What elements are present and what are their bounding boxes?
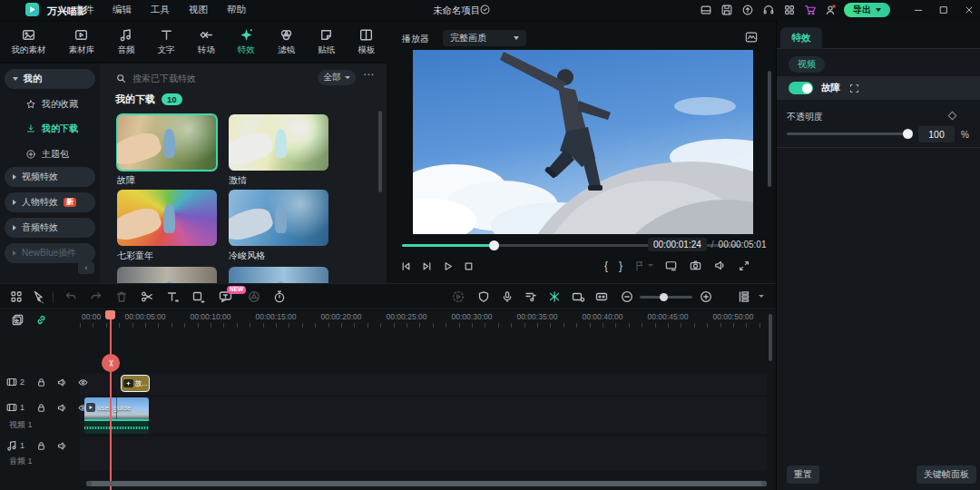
cloud-upload-icon[interactable] [741, 4, 754, 16]
undo-icon[interactable] [64, 289, 78, 304]
track-height-icon[interactable] [737, 289, 751, 304]
mark-in-button[interactable]: { [604, 260, 608, 272]
tab-audio[interactable]: 音频 [117, 27, 134, 56]
playhead-line[interactable] [110, 310, 112, 490]
fullscreen-button[interactable] [738, 260, 750, 272]
lock-icon[interactable] [35, 377, 47, 388]
track-lane-video2[interactable] [80, 374, 767, 395]
mark-shield-icon[interactable] [476, 289, 491, 304]
track-lane-video1[interactable] [80, 397, 767, 434]
quality-dropdown[interactable]: 完整画质 [443, 30, 526, 46]
chevron-down-icon[interactable] [759, 295, 764, 298]
menu-tools[interactable]: 工具 [149, 4, 172, 16]
effect-thumb-partial[interactable] [117, 267, 217, 283]
effect-thumb-glitch[interactable] [117, 114, 217, 171]
collapse-sidebar-button[interactable]: ‹ [78, 261, 94, 274]
mute-speaker-icon[interactable] [56, 440, 68, 452]
sidebar-item-theme-packs[interactable]: 主题包 [5, 144, 95, 164]
keyframe-panel-button[interactable]: 关键帧面板 [916, 466, 976, 484]
effect-thumb-rainbow[interactable] [117, 190, 217, 246]
mixer-panel-icon[interactable] [594, 289, 609, 304]
track-lane-audio1[interactable] [80, 437, 767, 470]
stop-button[interactable] [462, 260, 475, 273]
library-scrollbar[interactable] [378, 111, 382, 192]
zoom-slider-handle[interactable] [660, 293, 668, 301]
tab-effects[interactable]: 特效 [238, 27, 255, 56]
tab-filters[interactable]: 滤镜 [278, 27, 295, 56]
redo-icon[interactable] [89, 289, 103, 304]
panel-divider-scrollbar[interactable] [768, 71, 771, 187]
volume-button[interactable] [713, 259, 727, 272]
previous-frame-button[interactable] [399, 260, 413, 273]
keyframe-diamond-icon[interactable] [948, 112, 957, 121]
audio-mixer-icon[interactable] [524, 289, 538, 304]
tab-text[interactable]: 文字 [158, 27, 175, 56]
opacity-value-input[interactable] [918, 126, 955, 142]
media-browser-icon[interactable] [9, 289, 24, 304]
opacity-slider-handle[interactable] [903, 129, 913, 139]
menu-view[interactable]: 视图 [187, 4, 210, 16]
layout-icon[interactable] [700, 4, 712, 16]
frame-mask-icon[interactable] [848, 83, 860, 94]
tab-effects-properties[interactable]: 特效 [780, 27, 822, 49]
render-preview-icon[interactable] [451, 289, 466, 304]
sidebar-group-mine[interactable]: 我的 [5, 69, 95, 89]
mute-speaker-icon[interactable] [56, 402, 68, 414]
menu-edit[interactable]: 编辑 [111, 4, 133, 16]
search-input[interactable] [131, 70, 303, 86]
next-frame-button[interactable] [420, 260, 434, 273]
mute-speaker-icon[interactable] [56, 377, 68, 388]
auto-ripple-link-icon[interactable] [34, 313, 48, 327]
sidebar-item-downloads[interactable]: 我的下载 [5, 119, 95, 139]
mark-out-button[interactable]: } [619, 260, 622, 272]
sidebar-group-newblue[interactable]: NewBlue插件 [5, 243, 95, 263]
close-button[interactable] [958, 2, 980, 18]
tab-templates[interactable]: 模板 [358, 27, 375, 56]
visibility-eye-icon[interactable] [77, 377, 89, 388]
effect-thumb-cold[interactable] [229, 190, 328, 246]
zoom-out-icon[interactable] [620, 289, 634, 304]
effect-thumb-partial[interactable] [229, 267, 328, 283]
cart-icon[interactable] [804, 4, 817, 16]
sidebar-group-video-effects[interactable]: 视频特效 [5, 167, 95, 187]
effect-clip-glitch[interactable]: 故... [121, 375, 150, 392]
effect-thumb-passion[interactable] [229, 114, 328, 171]
timeline-vertical-scrollbar[interactable] [769, 314, 772, 361]
maximize-button[interactable] [933, 2, 955, 18]
motion-tracking-icon[interactable] [547, 289, 562, 304]
scopes-icon[interactable] [744, 31, 759, 44]
playhead-split-button[interactable]: ✂ [102, 354, 120, 372]
sidebar-item-favorites[interactable]: 我的收藏 [5, 94, 95, 114]
play-button[interactable] [441, 260, 455, 273]
export-button[interactable]: 导出 [844, 3, 890, 17]
speed-timer-icon[interactable] [272, 289, 287, 304]
progress-handle[interactable] [489, 240, 499, 250]
split-scissors-icon[interactable] [140, 289, 154, 304]
video-preview[interactable] [413, 50, 753, 234]
lock-icon[interactable] [35, 440, 47, 452]
save-icon[interactable] [720, 4, 733, 16]
tab-transitions[interactable]: 转场 [198, 27, 215, 56]
timeline-zoom-slider[interactable] [640, 296, 692, 299]
screen-record-icon[interactable] [571, 289, 585, 304]
opacity-slider[interactable] [787, 132, 909, 135]
record-voiceover-icon[interactable] [500, 289, 514, 304]
project-status-icon[interactable] [479, 4, 491, 15]
reset-button[interactable]: 重置 [787, 466, 819, 484]
snapshot-camera-button[interactable] [689, 259, 702, 272]
sidebar-group-people-effects[interactable]: 人物特效 新 [5, 192, 95, 212]
mirror-display-button[interactable] [664, 259, 678, 272]
more-options-button[interactable]: ⋯ [363, 68, 375, 81]
user-account-icon[interactable] [824, 4, 837, 16]
video-clip[interactable]: user guide [84, 397, 149, 434]
video-chip[interactable]: 视频 [789, 56, 825, 73]
zoom-in-icon[interactable] [699, 289, 713, 304]
color-wheel-icon[interactable] [247, 289, 261, 304]
menu-file[interactable]: 文件 [73, 4, 95, 16]
marker-flag-button[interactable] [633, 260, 653, 272]
lock-icon[interactable] [35, 402, 47, 414]
effect-row[interactable]: 故障 [777, 76, 980, 100]
sidebar-group-audio-effects[interactable]: 音频特效 [5, 218, 95, 238]
tab-my-media[interactable]: 我的素材 [12, 27, 46, 56]
timeline-ruler[interactable]: 00:00 00:00:05:00 00:00:10:00 00:00:15:0… [80, 312, 767, 323]
